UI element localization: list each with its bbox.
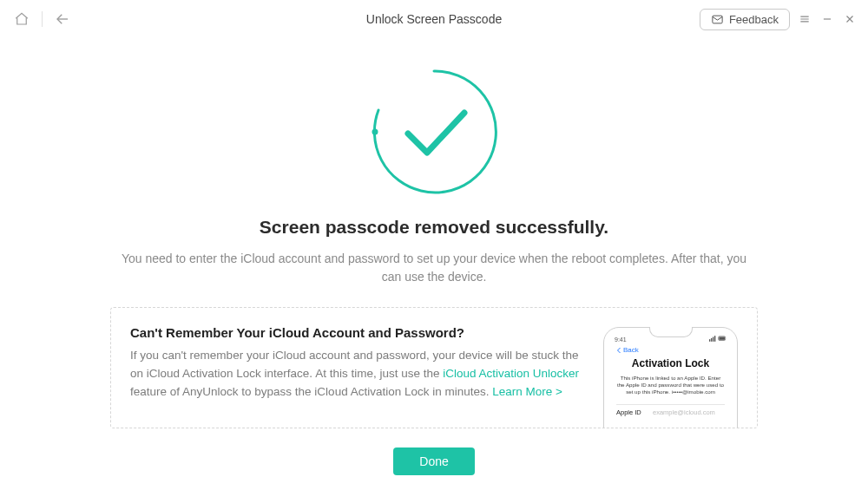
titlebar-divider: [42, 11, 43, 27]
phone-time: 9:41: [615, 336, 627, 343]
svg-rect-3: [711, 338, 712, 342]
mail-icon: [711, 13, 724, 26]
svg-point-1: [372, 129, 378, 135]
phone-field-value: example@icloud.com: [653, 408, 715, 416]
main-content: Screen passcode removed successfully. Yo…: [0, 38, 868, 475]
titlebar-left: [10, 8, 74, 30]
feedback-button[interactable]: Feedback: [700, 9, 790, 30]
titlebar: Unlock Screen Passcode Feedback: [0, 0, 868, 38]
phone-back-link: Back: [616, 346, 725, 354]
info-text: Can't Remember Your iCloud Account and P…: [130, 325, 588, 415]
close-icon[interactable]: [842, 11, 858, 27]
done-button[interactable]: Done: [393, 447, 474, 475]
info-body-mid: feature of AnyUnlock to bypass the iClou…: [130, 385, 492, 398]
phone-notch: [649, 327, 693, 337]
phone-signal-icon: [709, 336, 727, 343]
phone-field-label: Apple ID: [616, 408, 653, 416]
menu-icon[interactable]: [797, 11, 812, 27]
phone-screen: 9:41 Back Activation: [609, 333, 732, 428]
phone-screen-content: Back Activation Lock This iPhone is link…: [609, 343, 732, 420]
chevron-left-icon: [616, 347, 621, 354]
phone-activation-desc: This iPhone is linked to an Apple ID. En…: [616, 375, 725, 395]
phone-mockup: 9:41 Back Activation: [603, 327, 738, 417]
phone-field-appleid: Apple ID example@icloud.com: [616, 404, 725, 420]
svg-rect-5: [714, 336, 715, 342]
success-headline: Screen passcode removed successfully.: [260, 217, 608, 238]
back-icon[interactable]: [51, 8, 74, 30]
svg-rect-7: [719, 337, 725, 340]
svg-rect-4: [713, 337, 713, 342]
phone-back-label: Back: [623, 346, 639, 354]
info-card: Can't Remember Your iCloud Account and P…: [110, 307, 758, 428]
titlebar-right: Feedback: [700, 9, 858, 30]
svg-rect-2: [709, 339, 710, 342]
success-check-icon: [365, 62, 503, 201]
activation-unlocker-link[interactable]: iCloud Activation Unlocker: [443, 367, 579, 380]
info-title: Can't Remember Your iCloud Account and P…: [130, 325, 588, 340]
minimize-icon[interactable]: [819, 11, 835, 27]
success-subtext: You need to enter the iCloud account and…: [113, 250, 755, 286]
feedback-label: Feedback: [729, 13, 779, 26]
learn-more-link[interactable]: Learn More >: [492, 385, 562, 398]
page-title: Unlock Screen Passcode: [366, 12, 502, 26]
phone-activation-title: Activation Lock: [616, 357, 725, 369]
info-body: If you can't remember your iCloud accoun…: [130, 347, 588, 402]
phone-frame: 9:41 Back Activation: [603, 327, 738, 428]
home-icon[interactable]: [10, 8, 33, 30]
svg-rect-0: [713, 16, 722, 23]
